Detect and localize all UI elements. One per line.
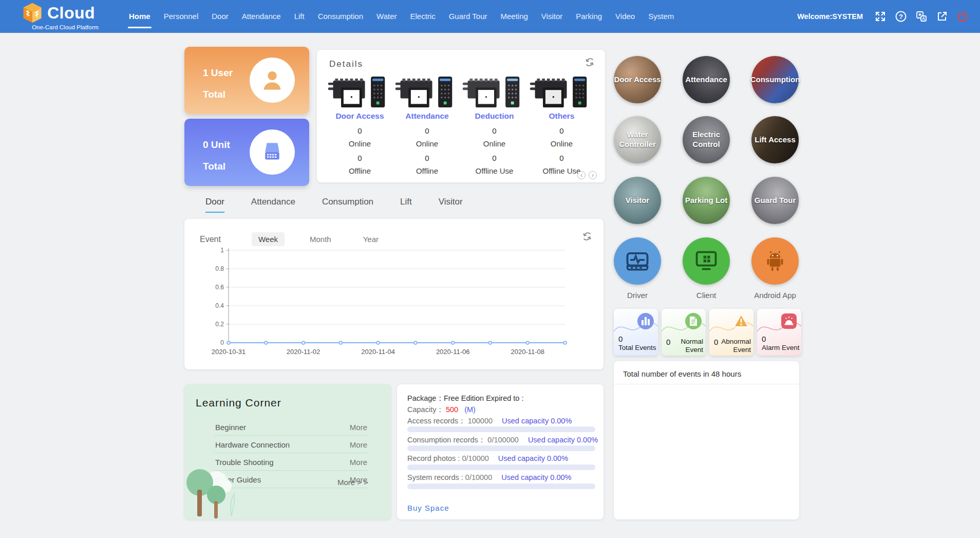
consumption-records-line: Consumption records： 0/100000 Used capac… [407,435,598,445]
event-label: AbnormalEvent [721,338,751,354]
nav-item-guard-tour[interactable]: Guard Tour [442,0,494,33]
learning-item-beginner[interactable]: Beginner More [214,418,368,436]
details-col-door-access: Door Access 0 Online 0 Offline [326,75,393,175]
nav-item-video[interactable]: Video [609,0,642,33]
nav-item-attendance[interactable]: Attendance [235,0,288,33]
refresh-icon[interactable] [582,231,592,242]
buy-space-link[interactable]: Buy Space [407,504,449,512]
app-door-access[interactable]: Door Access [614,56,661,103]
app-parking-lot[interactable]: Parking Lot [683,177,730,224]
nav-item-parking[interactable]: Parking [569,0,609,33]
record-photos-progressbar [407,465,595,470]
online-count: 0 [461,126,528,135]
svg-text:2020-10-31: 2020-10-31 [212,348,246,356]
offline-count: 0 [393,154,461,162]
learning-item-label: Hardware Connection [215,440,290,449]
app-lift-access[interactable]: Lift Access [751,116,799,163]
terminal-icon [259,139,285,165]
event-label: Alarm Event [762,344,800,352]
events-48h-title: Total number of events in 48 hours [623,369,741,378]
package-line: Package：Free Edition Expired to : [407,394,524,403]
online-label: Online [393,139,461,148]
app-guard-tour[interactable]: Guard Tour [751,177,799,224]
details-col-deduction: Deduction 0 Online 0 Offline Use [461,75,528,175]
tab-visitor[interactable]: Visitor [439,197,463,213]
more-link[interactable]: More [350,440,367,449]
svg-text:0.2: 0.2 [215,321,224,328]
app-label: Parking Lot [685,196,728,206]
pager-next-icon[interactable]: › [589,171,597,179]
nav-item-home[interactable]: Home [122,0,157,33]
app-visitor[interactable]: Visitor [614,177,661,224]
record-label: Access records： [407,417,466,425]
tab-lift[interactable]: Lift [400,197,412,213]
nav-item-lift[interactable]: Lift [288,0,311,33]
fullscreen-icon[interactable] [874,10,887,23]
app-label: Guard Tour [755,196,796,206]
other-devices-image [528,75,591,110]
app-label: Electric Control [683,130,730,150]
details-col-attendance: Attendance 0 Online 0 Offline [393,75,461,175]
consumption-records-progressbar [407,446,595,451]
top-navbar: Cloud One-Card Cloud Platform Home Perso… [0,0,980,33]
tool-client[interactable]: Client [681,237,732,300]
more-link[interactable]: More [350,458,367,467]
android-icon [762,248,788,274]
tab-door[interactable]: Door [205,197,224,213]
external-link-icon[interactable] [936,10,948,23]
range-month[interactable]: Month [303,232,338,246]
nav-item-water[interactable]: Water [370,0,403,33]
total-events-card: 0 Total Events [614,309,658,356]
refresh-icon[interactable] [585,57,595,67]
offline-label: Offline [326,166,393,175]
details-col-name: Others [528,112,595,121]
nav-item-door[interactable]: Door [205,0,235,33]
power-icon[interactable] [956,10,969,23]
tab-attendance[interactable]: Attendance [251,197,295,213]
pager-prev-icon[interactable]: ‹ [577,171,586,179]
package-label: Package： [407,394,444,402]
details-title: Details [329,59,363,69]
client-icon [693,248,720,274]
bar-chart-icon [636,312,655,330]
online-label: Online [326,139,393,148]
online-count: 0 [528,126,595,135]
event-chart-panel: 00.20.40.60.812020-10-312020-11-022020-1… [184,219,604,369]
nav-item-system[interactable]: System [642,0,681,33]
more-link[interactable]: More [350,423,367,432]
system-records-progressbar [407,484,595,489]
record-photos-line: Record photos : 0/10000 Used capacity 0.… [407,454,568,462]
range-year[interactable]: Year [356,232,385,246]
tab-consumption[interactable]: Consumption [322,197,373,213]
app-electric-control[interactable]: Electric Control [683,116,730,163]
nav-item-visitor[interactable]: Visitor [535,0,569,33]
record-value: 100000 [468,417,493,425]
warning-icon [732,312,750,330]
tool-label: Client [681,291,732,300]
details-col-name: Attendance [393,112,461,121]
nav-item-meeting[interactable]: Meeting [494,0,534,33]
online-count: 0 [326,126,393,135]
learning-item-hardware-connection[interactable]: Hardware Connection More [214,436,368,453]
help-icon[interactable]: ? [895,10,907,23]
nav-item-electric[interactable]: Electric [404,0,442,33]
translate-icon[interactable]: A [915,10,928,23]
abnormal-event-card: 0 AbnormalEvent [709,309,753,356]
learning-more-link[interactable]: More > > [337,478,368,487]
nav-item-consumption[interactable]: Consumption [311,0,370,33]
unit-total-value: 0 Unit [203,139,230,151]
app-label: Visitor [626,196,649,206]
tool-android-app[interactable]: Android App [749,237,801,300]
event-label: NormalEvent [681,338,703,354]
used-capacity-label: Used capacity 0.00% [498,454,568,462]
range-week[interactable]: Week [252,232,285,246]
app-consumption[interactable]: Consumption [751,56,799,103]
tool-driver[interactable]: Driver [612,237,663,300]
nav-item-personnel[interactable]: Personnel [157,0,205,33]
details-col-name: Door Access [326,112,393,121]
record-label: System records : [407,473,463,481]
app-water-controller[interactable]: Water Controller [614,116,661,163]
deduction-devices-image [461,75,523,110]
access-records-progressbar [407,426,595,432]
app-attendance[interactable]: Attendance [683,56,730,103]
